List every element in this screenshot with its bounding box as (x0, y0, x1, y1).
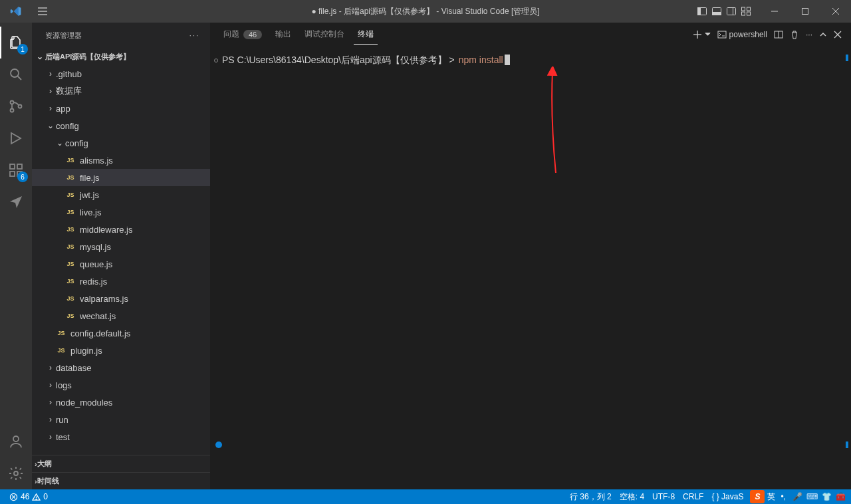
terminal-body[interactable]: PS C:\Users\86134\Desktop\后端api源码【仅供参考】 … (210, 47, 851, 489)
scrollbar-mark (846, 441, 848, 448)
terminal-marker-icon (214, 59, 218, 63)
tab-problems[interactable]: 问题46 (219, 25, 266, 44)
folder-database[interactable]: ›database (32, 359, 210, 376)
activity-settings-icon[interactable] (0, 457, 32, 489)
file-plugin[interactable]: JSplugin.js (32, 342, 210, 359)
vscode-logo-icon (0, 5, 32, 17)
section-outline[interactable]: ›大纲 (32, 455, 210, 472)
problems-count-badge: 46 (243, 30, 262, 39)
svg-rect-11 (742, 12, 745, 15)
status-spaces[interactable]: 空格: 4 (616, 491, 648, 503)
file-queue[interactable]: JSqueue.js (32, 255, 210, 273)
sidebar-more-icon[interactable]: ··· (189, 31, 199, 39)
terminal-command: npm install (459, 55, 503, 66)
status-language[interactable]: { } JavaS (707, 492, 747, 501)
folder-config-inner[interactable]: ⌄config (32, 134, 210, 152)
svg-rect-4 (698, 8, 701, 15)
tab-debug-console[interactable]: 调试控制台 (301, 25, 348, 44)
file-alisms[interactable]: JSalisms.js (32, 152, 210, 169)
svg-point-20 (11, 109, 14, 112)
svg-rect-30 (718, 31, 726, 38)
new-terminal-button[interactable] (693, 30, 711, 39)
ime-tool-icon[interactable]: 🧰 (836, 492, 846, 501)
ime-sogou-icon[interactable]: S (750, 490, 765, 503)
annotation-arrow-icon (543, 66, 569, 180)
activity-accounts-icon[interactable] (0, 426, 32, 457)
svg-rect-14 (802, 9, 808, 15)
activity-location-icon[interactable] (0, 186, 32, 218)
ime-punct[interactable]: •, (778, 492, 789, 501)
window-title: ● file.js - 后端api源码【仅供参考】 - Visual Studi… (311, 6, 539, 17)
explorer-badge: 1 (17, 44, 28, 55)
folder-database-cn[interactable]: ›数据库 (32, 82, 210, 100)
svg-point-27 (14, 471, 18, 475)
svg-rect-7 (727, 8, 736, 15)
file-jwt[interactable]: JSjwt.js (32, 186, 210, 203)
toggle-primary-sidebar-icon[interactable] (695, 5, 709, 18)
activity-explorer-icon[interactable]: 1 (0, 27, 32, 59)
scrollbar-mark (846, 55, 848, 61)
panel-more-icon[interactable]: ··· (806, 30, 812, 39)
status-ln-col[interactable]: 行 36，列 2 (566, 491, 616, 503)
activity-run-debug-icon[interactable] (0, 122, 32, 154)
file-tree: ⌄后端API源码【仅供参考】 ›.github ›数据库 ›app ⌄confi… (32, 48, 210, 455)
folder-node-modules[interactable]: ›node_modules (32, 394, 210, 411)
toggle-secondary-sidebar-icon[interactable] (725, 5, 738, 18)
js-icon: JS (56, 330, 66, 336)
tab-output[interactable]: 输出 (271, 25, 295, 44)
file-mysql[interactable]: JSmysql.js (32, 238, 210, 255)
folder-github[interactable]: ›.github (32, 65, 210, 82)
ime-lang[interactable]: 英 (765, 491, 778, 503)
activity-search-icon[interactable] (0, 59, 32, 90)
file-wechat[interactable]: JSwechat.js (32, 307, 210, 324)
svg-rect-10 (747, 7, 751, 11)
svg-point-39 (36, 499, 37, 499)
folder-app[interactable]: ›app (32, 100, 210, 117)
terminal-cursor (505, 55, 510, 65)
js-icon: JS (65, 243, 76, 250)
toggle-panel-icon[interactable] (710, 5, 723, 18)
menu-hamburger-icon[interactable] (32, 6, 53, 17)
folder-logs[interactable]: ›logs (32, 376, 210, 394)
file-config-default[interactable]: JSconfig.default.js (32, 324, 210, 342)
status-errors[interactable]: 46 0 (5, 489, 52, 504)
status-encoding[interactable]: UTF-8 (648, 492, 679, 501)
file-valparams[interactable]: JSvalparams.js (32, 290, 210, 307)
close-panel-icon[interactable] (834, 31, 842, 39)
customize-layout-icon[interactable] (739, 5, 753, 18)
tree-root[interactable]: ⌄后端API源码【仅供参考】 (32, 48, 210, 65)
activity-extensions-icon[interactable]: 6 (0, 154, 32, 186)
svg-rect-25 (17, 164, 22, 169)
status-eol[interactable]: CRLF (679, 492, 707, 501)
kill-terminal-icon[interactable] (790, 30, 799, 39)
folder-run[interactable]: ›run (32, 411, 210, 428)
js-icon: JS (65, 226, 76, 233)
file-file-js[interactable]: JSfile.js (32, 169, 210, 186)
window-maximize-button[interactable] (790, 0, 820, 23)
js-icon: JS (65, 174, 76, 181)
terminal-profile-indicator[interactable]: powershell (717, 30, 767, 39)
split-terminal-icon[interactable] (774, 30, 783, 39)
editor-panel-area: 问题46 输出 调试控制台 终端 powershell ··· PS C:\Us… (210, 23, 851, 489)
tab-terminal[interactable]: 终端 (354, 25, 378, 45)
window-close-button[interactable] (820, 0, 851, 23)
ime-mic-icon[interactable]: 🎤 (792, 492, 802, 501)
svg-rect-12 (747, 12, 751, 15)
maximize-panel-icon[interactable] (819, 31, 827, 39)
folder-config[interactable]: ⌄config (32, 117, 210, 134)
panel-tabs: 问题46 输出 调试控制台 终端 powershell ··· (210, 23, 851, 47)
file-middleware[interactable]: JSmiddleware.js (32, 221, 210, 238)
window-minimize-button[interactable] (759, 0, 790, 23)
ime-skin-icon[interactable]: 👕 (822, 492, 832, 501)
statusbar: 46 0 行 36，列 2 空格: 4 UTF-8 CRLF { } JavaS… (0, 489, 851, 504)
activity-source-control-icon[interactable] (0, 90, 32, 122)
section-timeline[interactable]: ›时间线 (32, 472, 210, 489)
file-live[interactable]: JSlive.js (32, 203, 210, 221)
folder-test[interactable]: ›test (32, 428, 210, 445)
activity-bar: 1 6 (0, 23, 32, 489)
ime-tray-icons: 🎤 ⌨ 👕 🧰 (792, 492, 846, 501)
file-redis[interactable]: JSredis.js (32, 273, 210, 290)
js-icon: JS (65, 278, 76, 285)
svg-rect-22 (10, 164, 15, 169)
ime-keyboard-icon[interactable]: ⌨ (806, 492, 818, 501)
